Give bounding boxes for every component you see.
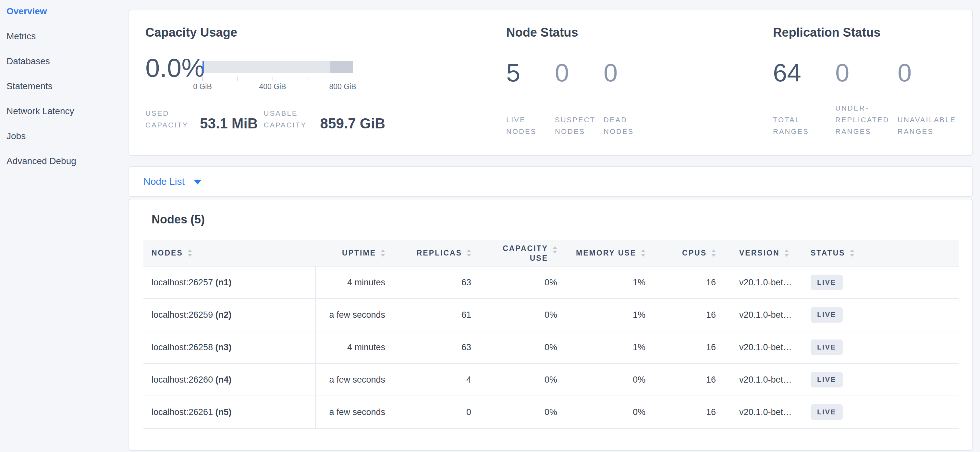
column-header-status[interactable]: STATUS: [802, 240, 959, 266]
table-row-node-1: localhost:26257 (n1) 4 minutes 63 0% 1% …: [143, 266, 959, 299]
suspect-nodes-label: SUSPECT NODES: [555, 114, 604, 138]
status-badge: LIVE: [811, 274, 843, 290]
cpus-cell: 16: [651, 363, 721, 396]
version-cell: v20.1.0-bet…: [721, 331, 802, 363]
capacity-use-cell: 0%: [478, 266, 564, 299]
under-replicated-ranges-value: 0: [835, 60, 897, 86]
sort-icon: [850, 249, 854, 257]
tick-label-0: 0 GiB: [193, 82, 212, 91]
tick-label-800: 800 GiB: [329, 82, 356, 91]
version-cell: v20.1.0-bet…: [721, 396, 802, 428]
live-nodes-value: 5: [506, 60, 555, 86]
suspect-nodes-stat: 0 SUSPECT NODES: [555, 60, 604, 138]
nodes-table-title: Nodes (5): [151, 213, 959, 227]
total-ranges-value: 64: [773, 60, 835, 86]
node-id: (n4): [215, 375, 232, 385]
live-nodes-stat: 5 LIVE NODES: [506, 60, 555, 138]
sort-icon: [784, 249, 789, 257]
sidebar-item-metrics[interactable]: Metrics: [6, 31, 129, 42]
table-row-node-5: localhost:26261 (n5) a few seconds 0 0% …: [143, 396, 959, 428]
version-cell: v20.1.0-bet…: [721, 266, 802, 299]
memory-use-cell: 1%: [564, 299, 651, 331]
status-badge: LIVE: [811, 372, 843, 387]
column-header-memory-use[interactable]: MEMORY USE: [564, 240, 651, 266]
sidebar-item-network-latency[interactable]: Network Latency: [6, 106, 129, 117]
node-status-title: Node Status: [506, 25, 773, 40]
dead-nodes-label: DEAD NODES: [604, 114, 652, 138]
live-nodes-label: LIVE NODES: [506, 114, 555, 138]
cpus-cell: 16: [651, 331, 721, 363]
uptime-cell: a few seconds: [315, 299, 392, 331]
total-ranges-label: TOTAL RANGES: [773, 114, 835, 138]
table-row-node-3: localhost:26258 (n3) 4 minutes 63 0% 1% …: [143, 331, 959, 363]
app-root: Overview Metrics Databases Statements Ne…: [0, 0, 980, 452]
main-content: Capacity Usage 0.0%: [129, 0, 980, 452]
column-header-nodes[interactable]: NODES: [143, 240, 315, 266]
replicas-cell: 61: [392, 299, 478, 331]
usable-capacity-value: 859.7 GiB: [320, 116, 385, 131]
column-header-cpus[interactable]: CPUS: [651, 240, 721, 266]
capacity-meter-reserved-segment: [330, 61, 353, 73]
column-label: STATUS: [811, 249, 845, 257]
sidebar-item-databases[interactable]: Databases: [6, 56, 129, 67]
replicas-cell: 0: [392, 396, 478, 428]
capacity-usage-title: Capacity Usage: [145, 25, 506, 40]
column-header-replicas[interactable]: REPLICAS: [392, 240, 478, 266]
replication-status-title: Replication Status: [773, 25, 972, 40]
uptime-cell: 4 minutes: [315, 266, 392, 299]
total-ranges-stat: 64 TOTAL RANGES: [773, 60, 835, 138]
cpus-cell: 16: [651, 396, 721, 428]
memory-use-cell: 1%: [564, 331, 651, 363]
sidebar: Overview Metrics Databases Statements Ne…: [0, 0, 129, 452]
view-selector-label: Node List: [143, 176, 185, 187]
chevron-down-icon: [194, 180, 202, 184]
status-badge: LIVE: [811, 339, 843, 355]
node-address-link[interactable]: localhost:26259: [151, 310, 213, 320]
node-id: (n2): [215, 310, 232, 320]
unavailable-ranges-stat: 0 UNAVAILABLE RANGES: [897, 60, 960, 138]
usable-capacity-stat: USABLE CAPACITY 859.7 GiB: [264, 108, 385, 131]
column-header-version[interactable]: VERSION: [721, 240, 802, 266]
under-replicated-ranges-label: UNDER-REPLICATED RANGES: [835, 103, 897, 138]
cluster-summary-card: Capacity Usage 0.0%: [129, 10, 973, 156]
replicas-cell: 63: [392, 331, 478, 363]
column-header-uptime[interactable]: UPTIME: [315, 240, 392, 266]
sidebar-item-overview[interactable]: Overview: [6, 6, 129, 17]
used-capacity-stat: USED CAPACITY 53.1 MiB: [145, 108, 258, 131]
usable-capacity-label: USABLE CAPACITY: [264, 108, 318, 131]
sort-icon: [711, 249, 716, 257]
uptime-cell: a few seconds: [315, 396, 392, 428]
node-id: (n3): [215, 343, 232, 352]
table-row-node-2: localhost:26259 (n2) a few seconds 61 0%…: [143, 299, 959, 331]
version-cell: v20.1.0-bet…: [721, 363, 802, 396]
node-address-link[interactable]: localhost:26260: [151, 375, 213, 385]
capacity-use-cell: 0%: [478, 299, 564, 331]
nodes-table-card: Nodes (5) NODES UPTIME: [129, 199, 973, 451]
capacity-usage-section: Capacity Usage 0.0%: [145, 25, 506, 155]
capacity-meter-tick-labels: 0 GiB 400 GiB 800 GiB: [202, 82, 353, 92]
capacity-meter-ticks: [202, 73, 353, 82]
sidebar-item-jobs[interactable]: Jobs: [6, 131, 129, 142]
sidebar-item-advanced-debug[interactable]: Advanced Debug: [6, 155, 129, 167]
column-label: CPUS: [682, 249, 707, 257]
sort-icon: [381, 249, 385, 257]
capacity-use-cell: 0%: [478, 363, 564, 396]
replicas-cell: 63: [392, 266, 478, 299]
used-capacity-label: USED CAPACITY: [145, 108, 198, 131]
node-address-link[interactable]: localhost:26261: [151, 407, 213, 417]
capacity-meter-bar: [202, 61, 353, 73]
used-capacity-value: 53.1 MiB: [200, 116, 258, 131]
unavailable-ranges-value: 0: [897, 60, 960, 86]
status-badge: LIVE: [811, 307, 843, 323]
capacity-use-cell: 0%: [478, 331, 564, 363]
memory-use-cell: 0%: [564, 363, 651, 396]
capacity-use-cell: 0%: [478, 396, 564, 428]
column-header-capacity-use[interactable]: CAPACITY USE: [478, 240, 564, 266]
sidebar-item-statements[interactable]: Statements: [6, 81, 129, 92]
version-cell: v20.1.0-bet…: [721, 299, 802, 331]
uptime-cell: a few seconds: [315, 363, 392, 396]
node-address-link[interactable]: localhost:26257: [151, 278, 213, 287]
view-selector-dropdown[interactable]: Node List: [129, 166, 973, 197]
cpus-cell: 16: [651, 299, 721, 331]
node-address-link[interactable]: localhost:26258: [151, 343, 213, 352]
